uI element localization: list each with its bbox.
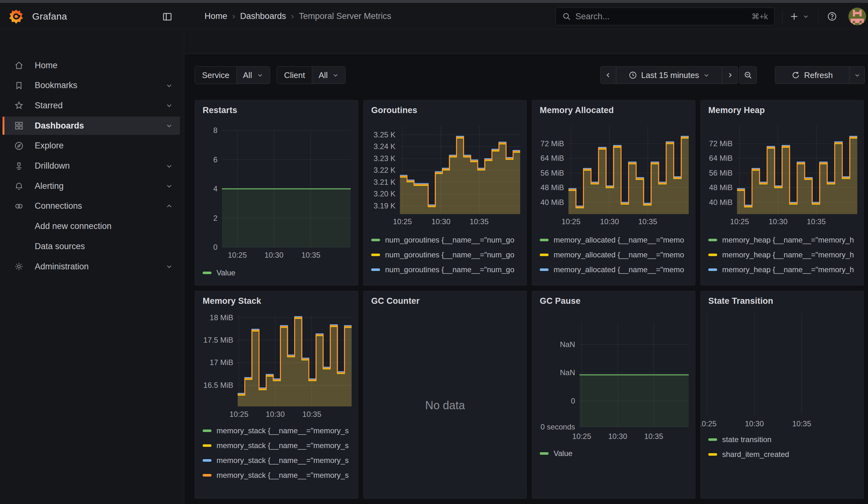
sidebar-item-bookmarks[interactable]: Bookmarks	[2, 76, 180, 95]
panel-title[interactable]: Memory Allocated	[540, 105, 614, 115]
grafana-logo[interactable]	[8, 9, 24, 24]
chevron-up-icon[interactable]	[165, 203, 173, 210]
legend-item[interactable]: memory_stack {__name__="memory_s	[203, 453, 355, 468]
sidebar-item-label: Dashboards	[35, 121, 84, 131]
client-filter: Client All	[277, 66, 345, 84]
sidebar-item-connections[interactable]: Connections	[2, 197, 180, 215]
search-input[interactable]	[576, 12, 747, 21]
service-filter-value[interactable]: All	[237, 66, 270, 84]
chart-mem_allocated[interactable]	[568, 126, 689, 214]
sidebar-item-administration[interactable]: Administration	[2, 257, 180, 276]
add-new-button[interactable]	[787, 9, 802, 24]
panel-title[interactable]: GC Pause	[540, 296, 580, 306]
chart-gc_pause[interactable]	[579, 323, 689, 427]
sidebar-item-data-sources[interactable]: Data sources	[2, 237, 180, 256]
search-box[interactable]: ⌘+k	[556, 8, 775, 25]
breadcrumb-home[interactable]: Home	[205, 11, 227, 21]
breadcrumb-dashboards[interactable]: Dashboards	[240, 11, 286, 21]
y-axis-tick: 17 MiB	[195, 358, 233, 367]
compass-icon	[14, 141, 24, 151]
refresh-button[interactable]: Refresh	[775, 66, 849, 84]
legend-item[interactable]: state transition	[708, 432, 860, 447]
legend-label: num_goroutines {__name__="num_go	[385, 236, 515, 245]
panel-restarts: Restarts8642010:2510:3010:35Value	[195, 100, 358, 286]
help-button[interactable]	[825, 9, 840, 24]
zoom-out-time-button[interactable]	[739, 66, 757, 84]
avatar-image	[848, 8, 866, 25]
y-axis-tick: 3.24 K	[364, 142, 395, 151]
legend-label: num_goroutines {__name__="num_go	[385, 265, 515, 274]
bell-icon	[14, 181, 24, 191]
legend-item[interactable]: Value	[203, 265, 355, 280]
chevron-down-icon[interactable]	[165, 263, 173, 270]
legend-swatch	[371, 239, 380, 241]
panel-title[interactable]: Memory Stack	[203, 296, 261, 306]
client-filter-value[interactable]: All	[312, 66, 345, 84]
breadcrumb-separator: ›	[232, 11, 235, 21]
legend-item[interactable]: memory_heap {__name__="memory_h	[708, 277, 860, 280]
user-avatar[interactable]	[848, 8, 866, 25]
search-icon	[562, 12, 571, 21]
y-axis-tick: 3.25 K	[364, 131, 395, 139]
sidebar-item-explore[interactable]: Explore	[2, 137, 180, 155]
panel-title[interactable]: Restarts	[203, 105, 237, 115]
chevron-down-icon[interactable]	[165, 182, 173, 190]
legend-swatch	[708, 239, 717, 241]
legend-item[interactable]: num_goroutines {__name__="num_go	[371, 233, 523, 247]
time-shift-back-button[interactable]	[600, 66, 616, 84]
client-filter-selected: All	[319, 70, 328, 80]
x-axis-tick: 10:35	[794, 217, 838, 226]
legend-item[interactable]: memory_stack {__name__="memory_s	[203, 423, 355, 438]
gear-icon	[14, 261, 24, 271]
chart-goroutines[interactable]	[400, 126, 520, 214]
panel-mem_stack: Memory Stack18 MiB17.5 MiB17 MiB16.5 MiB…	[195, 291, 358, 498]
sidebar-item-drilldown[interactable]: Drilldown	[2, 157, 180, 175]
legend-item[interactable]: memory_stack {__name__="memory_s	[203, 468, 355, 483]
panel-title[interactable]: State Transition	[708, 296, 773, 306]
chevron-down-icon[interactable]	[165, 102, 173, 109]
chevron-down-icon[interactable]	[165, 82, 173, 89]
sidebar-item-home[interactable]: Home	[2, 56, 180, 74]
legend-item[interactable]: memory_allocated {__name__="memo	[540, 247, 692, 262]
panel-title[interactable]: GC Counter	[371, 296, 420, 306]
chart-restarts[interactable]	[222, 131, 351, 247]
sidebar-toggle-icon[interactable]	[162, 11, 173, 22]
y-axis-tick: 64 MiB	[701, 154, 733, 163]
legend-item[interactable]: memory_heap {__name__="memory_h	[708, 247, 860, 262]
panel-title[interactable]: Memory Heap	[708, 105, 765, 115]
legend-item[interactable]: num_goroutines {__name__="num_go	[371, 277, 523, 280]
search-shortcut: ⌘+k	[752, 12, 768, 21]
y-axis-tick: 18 MiB	[195, 313, 233, 322]
legend-item[interactable]: memory_heap {__name__="memory_h	[708, 233, 860, 247]
panel-legend: Value	[540, 446, 692, 461]
panel-title[interactable]: Goroutines	[371, 105, 417, 115]
chevron-down-icon	[332, 72, 339, 79]
legend-label: memory_heap {__name__="memory_h	[722, 265, 854, 274]
legend-item[interactable]: memory_allocated {__name__="memo	[540, 277, 692, 280]
sidebar-item-add-new-connection[interactable]: Add new connection	[2, 217, 180, 236]
chevron-down-icon[interactable]	[165, 162, 173, 170]
time-range-picker[interactable]: Last 15 minutes	[617, 66, 722, 84]
sidebar-item-starred[interactable]: Starred	[2, 96, 180, 115]
legend-item[interactable]: shard_item_created	[708, 447, 860, 462]
legend-item[interactable]: Value	[540, 446, 692, 461]
legend-swatch	[203, 474, 211, 476]
legend-item[interactable]: num_goroutines {__name__="num_go	[371, 262, 523, 277]
time-shift-forward-button[interactable]	[722, 66, 738, 84]
legend-item[interactable]: memory_stack {__name__="memory_s	[203, 438, 355, 453]
panel-mem_allocated: Memory Allocated72 MiB64 MiB56 MiB48 MiB…	[532, 100, 695, 286]
legend-item[interactable]: num_goroutines {__name__="num_go	[371, 247, 523, 262]
chart-mem_heap[interactable]	[737, 126, 857, 214]
chart-mem_stack[interactable]	[238, 315, 352, 407]
legend-item[interactable]: memory_allocated {__name__="memo	[540, 262, 692, 277]
sidebar-item-label: Explore	[35, 141, 64, 151]
chart-state_transition[interactable]	[701, 313, 857, 414]
legend-label: memory_stack {__name__="memory_s	[217, 471, 349, 480]
add-new-chevron[interactable]	[800, 9, 811, 24]
sidebar-item-dashboards[interactable]: Dashboards	[2, 116, 180, 135]
legend-item[interactable]: memory_heap {__name__="memory_h	[708, 262, 860, 277]
legend-item[interactable]: memory_allocated {__name__="memo	[540, 233, 692, 247]
chevron-down-icon[interactable]	[165, 122, 173, 130]
refresh-interval-button[interactable]	[850, 66, 865, 84]
sidebar-item-alerting[interactable]: Alerting	[2, 177, 180, 195]
